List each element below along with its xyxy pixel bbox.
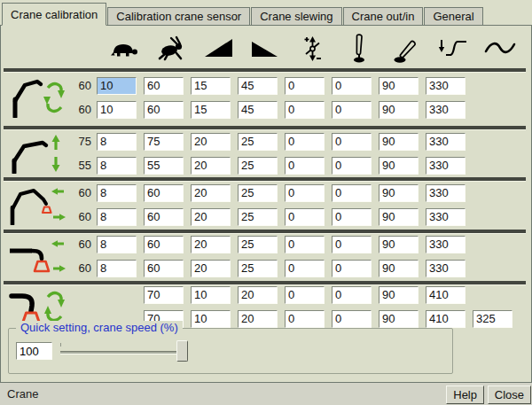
value-input[interactable] xyxy=(238,101,278,119)
value-input[interactable] xyxy=(238,157,278,175)
value-input[interactable] xyxy=(426,286,466,304)
value-input[interactable] xyxy=(238,133,278,151)
row-cells xyxy=(97,260,473,277)
value-input[interactable] xyxy=(144,236,184,253)
value-input[interactable] xyxy=(379,208,419,226)
value-input[interactable] xyxy=(285,157,325,175)
value-input[interactable] xyxy=(426,184,466,202)
value-input[interactable] xyxy=(426,260,466,277)
value-input[interactable] xyxy=(191,286,231,304)
table-row: 75 xyxy=(1,129,531,153)
value-input[interactable] xyxy=(332,236,372,253)
value-input[interactable] xyxy=(332,77,372,95)
value-input[interactable] xyxy=(238,208,278,226)
row-cells xyxy=(97,157,473,175)
value-input[interactable] xyxy=(97,260,137,277)
value-input[interactable] xyxy=(144,133,184,151)
value-input[interactable] xyxy=(144,286,184,304)
tab-crane-slewing[interactable]: Crane slewing xyxy=(251,7,341,25)
value-input[interactable] xyxy=(379,260,419,277)
value-input[interactable] xyxy=(191,184,231,202)
value-input[interactable] xyxy=(426,101,466,119)
value-input[interactable] xyxy=(473,310,512,328)
value-input[interactable] xyxy=(285,260,325,277)
value-input[interactable] xyxy=(332,260,372,277)
value-input[interactable] xyxy=(285,101,325,119)
turtle-icon xyxy=(100,31,147,66)
value-input[interactable] xyxy=(332,286,372,304)
value-input[interactable] xyxy=(426,157,466,175)
value-input[interactable] xyxy=(285,208,325,226)
value-input[interactable] xyxy=(379,133,419,151)
value-input[interactable] xyxy=(426,133,466,151)
row-cells xyxy=(97,286,473,304)
value-input[interactable] xyxy=(97,77,137,95)
value-input[interactable] xyxy=(332,157,372,175)
value-input[interactable] xyxy=(238,260,278,277)
value-input[interactable] xyxy=(379,286,419,304)
value-input[interactable] xyxy=(379,157,419,175)
value-input[interactable] xyxy=(426,310,466,328)
value-input[interactable] xyxy=(332,101,372,119)
value-input[interactable] xyxy=(379,77,419,95)
value-input[interactable] xyxy=(379,101,419,119)
value-input[interactable] xyxy=(238,77,278,95)
row-cells xyxy=(97,236,473,253)
value-input[interactable] xyxy=(97,236,137,253)
value-input[interactable] xyxy=(191,157,231,175)
tab-calibration-crane-sensor[interactable]: Calibration crane sensor xyxy=(107,7,250,25)
value-input[interactable] xyxy=(426,236,466,253)
value-input[interactable] xyxy=(285,77,325,95)
value-input[interactable] xyxy=(191,208,231,226)
value-input[interactable] xyxy=(191,310,231,328)
value-input[interactable] xyxy=(97,133,137,151)
value-input[interactable] xyxy=(332,184,372,202)
crane-boom-up-down-icon xyxy=(7,133,66,174)
value-input[interactable] xyxy=(191,77,231,95)
value-input[interactable] xyxy=(97,184,137,202)
value-input[interactable] xyxy=(97,157,137,175)
value-input[interactable] xyxy=(144,157,184,175)
value-input[interactable] xyxy=(379,184,419,202)
value-input[interactable] xyxy=(426,77,466,95)
value-input[interactable] xyxy=(191,260,231,277)
value-input[interactable] xyxy=(285,286,325,304)
value-input[interactable] xyxy=(238,184,278,202)
crane-speed-input[interactable] xyxy=(16,342,52,360)
close-button[interactable]: Close xyxy=(488,386,531,404)
help-button[interactable]: Help xyxy=(446,386,484,404)
value-input[interactable] xyxy=(191,133,231,151)
value-input[interactable] xyxy=(97,101,137,119)
value-input[interactable] xyxy=(379,236,419,253)
value-input[interactable] xyxy=(332,208,372,226)
table-row xyxy=(1,283,531,307)
value-input[interactable] xyxy=(332,310,372,328)
value-input[interactable] xyxy=(285,133,325,151)
value-input[interactable] xyxy=(144,184,184,202)
value-input[interactable] xyxy=(426,208,466,226)
value-input[interactable] xyxy=(97,208,137,226)
value-input[interactable] xyxy=(191,101,231,119)
value-input[interactable] xyxy=(285,310,325,328)
value-input[interactable] xyxy=(332,133,372,151)
lever-tilted-icon xyxy=(382,31,429,66)
value-input[interactable] xyxy=(238,286,278,304)
value-input[interactable] xyxy=(144,260,184,277)
value-input[interactable] xyxy=(379,310,419,328)
crane-speed-slider-thumb[interactable] xyxy=(176,340,188,362)
value-input[interactable] xyxy=(285,236,325,253)
tab-general[interactable]: General xyxy=(424,7,482,25)
value-input[interactable] xyxy=(144,101,184,119)
group-crane-slewing: 60 60 xyxy=(1,74,531,121)
value-input[interactable] xyxy=(238,310,278,328)
value-input[interactable] xyxy=(191,236,231,253)
crane-jib-in-out-icon xyxy=(7,184,66,225)
value-input[interactable] xyxy=(285,184,325,202)
value-input[interactable] xyxy=(144,208,184,226)
crane-speed-slider-track[interactable] xyxy=(60,351,186,354)
tab-crane-calibration[interactable]: Crane calibration xyxy=(2,3,106,26)
tab-crane-out-in[interactable]: Crane out/in xyxy=(343,7,424,25)
value-input[interactable] xyxy=(144,77,184,95)
value-input[interactable] xyxy=(238,236,278,253)
rabbit-icon xyxy=(147,31,194,66)
